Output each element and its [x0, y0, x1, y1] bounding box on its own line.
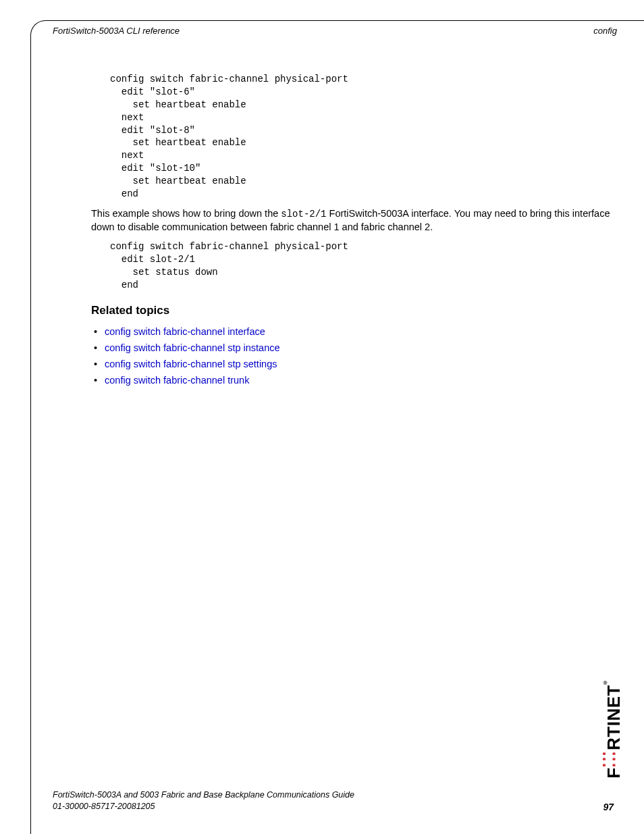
footer-docid: 01-30000-85717-20081205: [53, 801, 354, 812]
code-block-2: config switch fabric-channel physical-po…: [110, 240, 614, 292]
page-footer: FortiSwitch-5003A and 5003 Fabric and Ba…: [53, 789, 614, 812]
page-header: FortiSwitch-5003A CLI reference config: [53, 26, 617, 36]
header-left: FortiSwitch-5003A CLI reference: [53, 26, 180, 36]
footer-left: FortiSwitch-5003A and 5003 Fabric and Ba…: [53, 789, 354, 812]
link-fabric-channel-trunk[interactable]: config switch fabric-channel trunk: [105, 375, 249, 386]
logo-accent-icon: ⁚⁚⁚: [603, 750, 616, 768]
logo-pre: F: [603, 768, 624, 779]
list-item: config switch fabric-channel interface: [105, 324, 614, 340]
fortinet-logo: F⁚⁚⁚RTINET®: [603, 679, 622, 779]
code-block-1: config switch fabric-channel physical-po…: [110, 73, 614, 201]
link-fabric-channel-stp-instance[interactable]: config switch fabric-channel stp instanc…: [105, 342, 280, 353]
list-item: config switch fabric-channel stp instanc…: [105, 340, 614, 357]
page-number: 97: [603, 802, 614, 812]
list-item: config switch fabric-channel stp setting…: [105, 357, 614, 373]
related-topics-list: config switch fabric-channel interface c…: [91, 324, 614, 389]
link-fabric-channel-interface[interactable]: config switch fabric-channel interface: [105, 326, 265, 337]
list-item: config switch fabric-channel trunk: [105, 373, 614, 389]
paragraph-1-pre: This example shows how to bring down the: [91, 208, 281, 219]
footer-title: FortiSwitch-5003A and 5003 Fabric and Ba…: [53, 789, 354, 801]
page-content: config switch fabric-channel physical-po…: [91, 73, 614, 389]
paragraph-1: This example shows how to bring down the…: [91, 207, 614, 234]
related-topics-heading: Related topics: [91, 304, 614, 317]
paragraph-1-code: slot-2/1: [281, 209, 326, 219]
registered-mark: ®: [603, 679, 607, 685]
logo-post: RTINET: [603, 685, 624, 750]
header-right: config: [593, 26, 617, 36]
link-fabric-channel-stp-settings[interactable]: config switch fabric-channel stp setting…: [105, 359, 277, 369]
